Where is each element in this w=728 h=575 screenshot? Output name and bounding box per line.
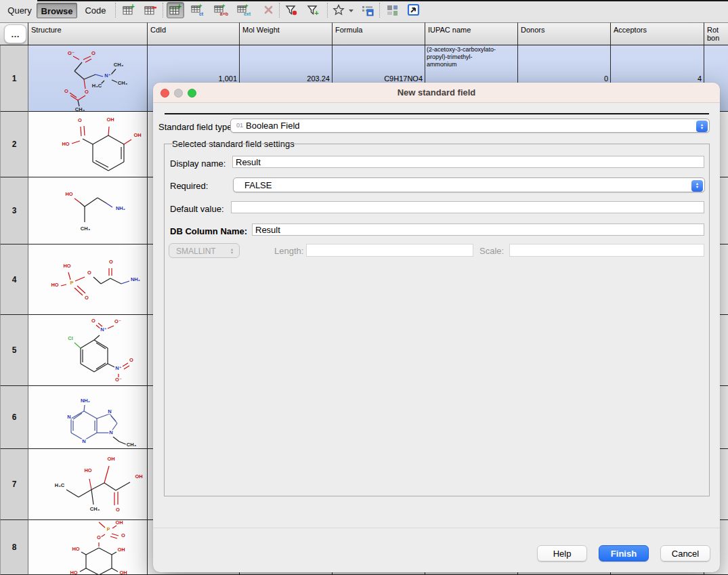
window-layout-icon[interactable] (384, 2, 402, 18)
svg-text:OH: OH (106, 116, 114, 123)
column-header-formula[interactable]: Formula (333, 22, 425, 45)
svg-text:P: P (106, 526, 110, 532)
svg-text:HO: HO (65, 191, 72, 197)
svg-text:N: N (67, 414, 70, 420)
svg-text:O: O (91, 50, 95, 56)
svg-text:NH₂: NH₂ (81, 398, 90, 404)
formula-value: C9H17NO4 (384, 74, 423, 83)
svg-text:N⁺: N⁺ (100, 326, 106, 333)
structure-cell[interactable]: HOOHPOOHOOHHOOH (28, 520, 148, 575)
structure-cell[interactable]: ClN⁺OO⁻N⁺OO⁻ (28, 315, 148, 386)
remove-table-row-icon[interactable] (142, 2, 159, 18)
svg-text:O: O (85, 295, 89, 301)
structure-cell[interactable]: HONH₂CH₃ (28, 177, 148, 244)
column-header-iupac-name[interactable]: IUPAC name (425, 22, 518, 45)
toolbar-separator (379, 3, 380, 18)
export-icon[interactable] (405, 2, 423, 18)
svg-text:CH₃: CH₃ (90, 506, 100, 512)
tab-browse[interactable]: Browse (37, 3, 77, 18)
svg-text:Cl: Cl (68, 335, 73, 341)
svg-text:O⁻: O⁻ (68, 50, 74, 56)
row-number[interactable]: 5 (0, 315, 28, 386)
add-filter-icon[interactable]: + (305, 2, 322, 18)
svg-text:O: O (97, 534, 101, 540)
row-number[interactable]: 6 (0, 386, 28, 449)
mol_weight-value: 203.24 (307, 74, 330, 83)
db-type-dropdown: SMALLINT ▲▼ (169, 243, 240, 258)
structure-cell[interactable]: OHHOOHH₃CCH₃O (28, 449, 148, 520)
svg-text:H₃C: H₃C (92, 83, 102, 89)
query-filter-icon[interactable] (283, 2, 301, 18)
structure-cell[interactable]: HOHOPOOONH₂ (28, 244, 148, 315)
svg-text:OH: OH (115, 520, 123, 526)
svg-text:O: O (78, 117, 82, 123)
1-amino-2-propanol-drawing: HONH₂CH₃ (28, 177, 148, 244)
svg-text:NH₂: NH₂ (131, 276, 140, 282)
row-number[interactable]: 7 (0, 449, 28, 520)
scale-label: Scale: (479, 246, 504, 256)
structure-cell[interactable]: NH₂NNNNCH₃ (28, 386, 148, 449)
row-number[interactable]: 3 (0, 177, 28, 244)
row-number[interactable]: 2 (0, 112, 28, 177)
inositol-phosphate-drawing: HOOHPOOHOOHHOOH (28, 520, 148, 575)
display-name-input[interactable]: Result (232, 156, 704, 168)
row-number[interactable]: 8 (0, 520, 28, 575)
help-button[interactable]: Help (537, 545, 587, 561)
favorites-caret-icon[interactable] (347, 2, 356, 18)
structure-cell[interactable]: O⁻ON⁺CH₃CH₃H₃COOCH₃ (28, 45, 148, 112)
column-header-acceptors[interactable]: Acceptors (611, 22, 704, 45)
column-header-cdid[interactable]: CdId (148, 22, 240, 45)
structure-cell[interactable]: OHOOHOH (28, 112, 148, 177)
dihydroxy-cyclohexadiene-carboxylic-acid-drawing: OHOOHOH (28, 112, 148, 177)
column-header-mol-weight[interactable]: Mol Weight (240, 22, 333, 45)
svg-text:ext: ext (244, 12, 251, 16)
toolbar-separator (115, 3, 116, 18)
add-table-icon[interactable]: + (120, 2, 137, 18)
acetylcarnitine-drawing: O⁻ON⁺CH₃CH₃H₃COOCH₃ (28, 45, 148, 112)
svg-text:HO: HO (51, 282, 58, 288)
favorites-star-icon[interactable] (331, 2, 346, 18)
svg-text:N: N (108, 408, 111, 414)
svg-text:CH₃: CH₃ (81, 226, 91, 232)
svg-text:+: + (198, 3, 202, 9)
chloro-dinitrobenzene-drawing: ClN⁺OO⁻N⁺OO⁻ (28, 317, 148, 383)
svg-text:+: + (221, 3, 225, 9)
new-extra-field-icon[interactable]: +ext (236, 2, 253, 18)
svg-text:N⁺: N⁺ (115, 365, 121, 371)
table-corner-button[interactable]: … (4, 24, 26, 43)
svg-text:P: P (70, 280, 73, 286)
row-number[interactable]: 4 (0, 244, 28, 315)
required-value: FALSE (244, 180, 272, 190)
donors-value: 0 (604, 74, 608, 83)
db-column-name-input[interactable]: Result (252, 223, 704, 236)
required-label: Required: (170, 181, 208, 191)
row-number[interactable]: 1 (0, 45, 28, 112)
svg-text:HO: HO (70, 570, 77, 575)
cancel-button[interactable]: Cancel (660, 545, 710, 561)
default-value-input[interactable] (231, 201, 704, 213)
new-standard-field-icon[interactable]: + (167, 2, 184, 18)
column-header-donors[interactable]: Donors (518, 22, 611, 45)
ethyl-adenine-drawing: NH₂NNNNCH₃ (28, 386, 148, 449)
tab-code[interactable]: Code (81, 3, 110, 18)
svg-text:+: + (244, 3, 248, 9)
svg-text:O: O (121, 532, 125, 538)
dropdown-stepper-icon: ▲▼ (226, 245, 238, 257)
new-calculated-field-icon[interactable]: +a+b (213, 2, 230, 18)
tab-query[interactable]: Query (5, 3, 34, 18)
buttonbar-separator (153, 528, 720, 528)
svg-text:HO: HO (63, 263, 70, 269)
required-dropdown[interactable]: FALSE ▲▼ (233, 177, 705, 192)
column-header-structure[interactable]: Structure (28, 22, 148, 45)
dialog-titlebar[interactable]: New standard field (153, 83, 720, 103)
remove-field-icon[interactable] (260, 2, 278, 18)
svg-text:O: O (109, 259, 113, 265)
form-save-icon[interactable] (359, 2, 377, 18)
display-name-label: Display name: (170, 158, 226, 169)
length-label: Length: (274, 246, 303, 256)
column-header-rot-bon[interactable]: Rot bon (704, 22, 728, 45)
new-chemical-terms-field-icon[interactable]: +ct (190, 2, 207, 18)
toolbar-separator (279, 3, 280, 18)
field-type-dropdown[interactable]: 01 Boolean Field ▲▼ (230, 119, 710, 133)
finish-button[interactable]: Finish (599, 545, 649, 561)
